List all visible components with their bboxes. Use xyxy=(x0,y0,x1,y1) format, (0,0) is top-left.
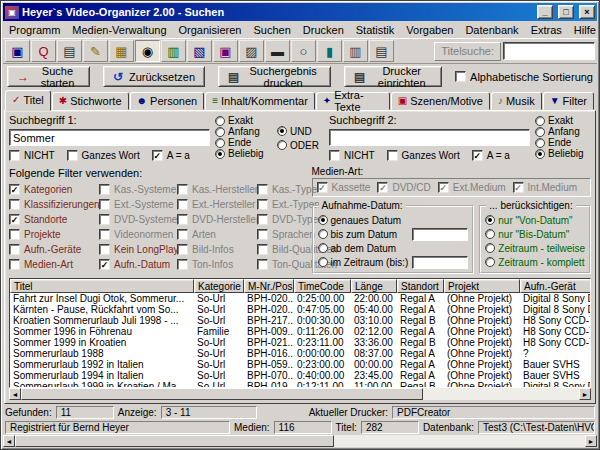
menu-item-suchen[interactable]: Suchen xyxy=(248,22,297,38)
search2-checkbox-a-a[interactable]: ✓A = a xyxy=(472,149,510,162)
date-radio-bis-zum-datum[interactable]: bis zum Datum xyxy=(318,229,398,240)
search2-radio-beliebig[interactable]: Beliebig xyxy=(535,148,591,159)
table-row[interactable]: Sommer 1996 in FöhrenauFamilieBPH-009...… xyxy=(10,326,591,337)
filter-checkbox-kas-systeme[interactable]: Kas.-Systeme xyxy=(99,183,175,195)
reset-button[interactable]: ↺ Zurücksetzen xyxy=(103,66,205,87)
table-row[interactable]: Sommer 1999 in KroatienSo-UrlBPH-021...0… xyxy=(10,337,591,348)
filter-checkbox-dvd-systeme[interactable]: DVD-Systeme xyxy=(99,213,175,225)
filter-checkbox-dvd-hersteller[interactable]: DVD-Hersteller xyxy=(177,213,255,225)
search1-radio-beliebig[interactable]: Beliebig xyxy=(215,148,271,159)
title-search-input[interactable] xyxy=(503,42,595,60)
tab-filter[interactable]: ▼Filter xyxy=(543,92,594,110)
preview-button[interactable]: ▨ xyxy=(239,40,264,62)
date-input-bis-zum-datum[interactable] xyxy=(412,228,468,241)
table-horizontal-scrollbar[interactable]: ◄ ► xyxy=(9,388,591,400)
menu-item-medien-verwaltung[interactable]: Medien-Verwaltung xyxy=(66,22,172,38)
program-button[interactable]: ▣ xyxy=(5,40,30,62)
search1-checkbox-nicht[interactable]: NICHT xyxy=(9,149,55,162)
menu-item-programm[interactable]: Programm xyxy=(3,22,66,38)
scroll-left-icon[interactable]: ◄ xyxy=(3,435,15,447)
media-art-checkbox-dvd-cd[interactable]: ✓DVD/CD xyxy=(377,181,430,194)
database-button[interactable]: ▥ xyxy=(343,40,368,62)
scroll-left-icon[interactable]: ◄ xyxy=(9,388,21,400)
media-art-checkbox-int-medium[interactable]: ✓Int.Medium xyxy=(513,181,577,194)
filter-checkbox-kategorien[interactable]: ✓Kategorien xyxy=(9,183,97,195)
search1-radio-exakt[interactable]: Exakt xyxy=(215,115,271,126)
filter-checkbox-klassifizierungen[interactable]: Klassifizierungen xyxy=(9,198,97,210)
media-overview-button[interactable]: ▤ xyxy=(57,40,82,62)
tab-szenen-motive[interactable]: ▣Szenen/Motive xyxy=(391,92,490,110)
table-row[interactable]: Sommerurlaub 1988So-UrlBPH-016...0:00:00… xyxy=(10,348,591,359)
scrollbar-thumb[interactable] xyxy=(21,388,423,400)
combine-radio-oder[interactable]: ODER xyxy=(277,140,323,151)
print-results-button[interactable]: ▤ Suchergebnis drucken xyxy=(218,66,331,87)
filter-checkbox-kein-longplay[interactable]: Kein LongPlay xyxy=(99,243,175,255)
date-input-im-zeitraum-bis[interactable] xyxy=(412,256,468,269)
column-header-m-nr-pos[interactable]: M-Nr./Pos. xyxy=(244,279,294,293)
date-radio-im-zeitraum-bis[interactable]: im Zeitraum (bis:) xyxy=(318,257,409,268)
date-radio-genaues-datum[interactable]: genaues Datum xyxy=(318,215,402,226)
filter-checkbox-aufn-datum[interactable]: ✓Aufn.-Datum xyxy=(99,258,175,270)
filter-checkbox-ton-infos[interactable]: Ton-Infos xyxy=(177,258,255,270)
column-header-standort[interactable]: Standort xyxy=(397,279,444,293)
scrollbar-track[interactable] xyxy=(15,435,585,447)
table-row[interactable]: Sommerurlaub 1992 in ItalienSo-UrlBPH-05… xyxy=(10,359,591,370)
minimize-button[interactable]: _ xyxy=(537,5,553,19)
consider-radio-nur-von-datum[interactable]: nur "Von-Datum" xyxy=(485,213,585,227)
search1-checkbox-a-a[interactable]: ✓A = a xyxy=(152,149,190,162)
search-term-1-input[interactable] xyxy=(9,129,210,146)
scrollbar-thumb[interactable] xyxy=(15,435,334,447)
printer-button[interactable]: ▤ xyxy=(369,40,394,62)
scrollbar-track[interactable] xyxy=(21,388,579,400)
alphabetical-sort-checkbox[interactable]: Alphabetische Sortierung xyxy=(455,70,593,83)
consider-radio-zeitraum-komplett[interactable]: Zeitraum - komplett xyxy=(485,255,585,269)
table-row[interactable]: Fahrt zur Insel Dugi Otok, Sommerur...So… xyxy=(10,293,591,304)
menu-item-drucken[interactable]: Drucken xyxy=(297,22,350,38)
dvd-button[interactable]: ○ xyxy=(291,40,316,62)
filter-checkbox-ext-systeme[interactable]: Ext.-Systeme xyxy=(99,198,175,210)
start-search-button[interactable]: → Suche starten xyxy=(7,66,90,87)
cassette-button[interactable]: ▬ xyxy=(265,40,290,62)
consider-radio-zeitraum-teilweise[interactable]: Zeitraum - teilweise xyxy=(485,241,585,255)
table-row[interactable]: Sommerurlaub 1999 in Kroatien / Ma...So-… xyxy=(10,381,591,387)
scroll-right-icon[interactable]: ► xyxy=(585,435,597,447)
tab-titel[interactable]: ✓Titel xyxy=(5,90,51,111)
table-row[interactable]: Kärnten - Pause, Rückfahrt vom So...So-U… xyxy=(10,304,591,315)
search2-checkbox-nicht[interactable]: NICHT xyxy=(329,149,375,162)
organize-button[interactable]: ▦ xyxy=(109,40,134,62)
extern-media-button[interactable]: ▮ xyxy=(317,40,342,62)
column-header-projekt[interactable]: Projekt xyxy=(444,279,520,293)
film-button[interactable]: ▣ xyxy=(213,40,238,62)
close-button[interactable]: × xyxy=(579,5,595,19)
tab-extra-texte[interactable]: ✦Extra-Texte xyxy=(316,92,390,110)
search1-checkbox-ganzes-wort[interactable]: Ganzes Wort xyxy=(67,149,140,162)
column-header-titel[interactable]: Titel xyxy=(10,279,194,293)
filter-checkbox-aufn-gerate[interactable]: Aufn.-Geräte xyxy=(9,243,97,255)
search1-radio-ende[interactable]: Ende xyxy=(215,137,271,148)
search-button[interactable]: ◉ xyxy=(135,40,160,62)
search-term-2-input[interactable] xyxy=(329,129,530,146)
column-header-timecode[interactable]: TimeCode xyxy=(294,279,351,293)
consider-radio-nur-bis-datum[interactable]: nur "Bis-Datum" xyxy=(485,227,585,241)
filter-checkbox-medien-art[interactable]: Medien-Art xyxy=(9,258,97,270)
search2-radio-exakt[interactable]: Exakt xyxy=(535,115,591,126)
scroll-right-icon[interactable]: ► xyxy=(579,388,591,400)
tab-stichworte[interactable]: ✱Stichworte xyxy=(52,92,129,110)
quit-button[interactable]: Q xyxy=(31,40,56,62)
maximize-button[interactable]: □ xyxy=(558,5,574,19)
column-header-aufn-gerat[interactable]: Aufn.-Gerät xyxy=(520,279,591,293)
tab-musik[interactable]: ♪Musik xyxy=(491,92,542,110)
filter-checkbox-videonormen[interactable]: Videonormen xyxy=(99,228,175,240)
menu-item-organisieren[interactable]: Organisieren xyxy=(173,22,248,38)
column-header-kategorie[interactable]: Kategorie xyxy=(194,279,244,293)
filter-checkbox-standorte[interactable]: ✓Standorte xyxy=(9,213,97,225)
filter-checkbox-arten[interactable]: Arten xyxy=(177,228,255,240)
combine-radio-und[interactable]: UND xyxy=(277,126,323,137)
filter-checkbox-projekte[interactable]: Projekte xyxy=(9,228,97,240)
search2-checkbox-ganzes-wort[interactable]: Ganzes Wort xyxy=(387,149,460,162)
media-edit-button[interactable]: ✎ xyxy=(83,40,108,62)
tab-inhalt-kommentar[interactable]: ≡Inhalt/Kommentar xyxy=(205,92,315,110)
menu-item-extras[interactable]: Extras xyxy=(525,22,568,38)
column-header-lange[interactable]: Länge xyxy=(351,279,397,293)
table-row[interactable]: Sommerurlaub 1994 in ItalienSo-UrlBPH-07… xyxy=(10,370,591,381)
